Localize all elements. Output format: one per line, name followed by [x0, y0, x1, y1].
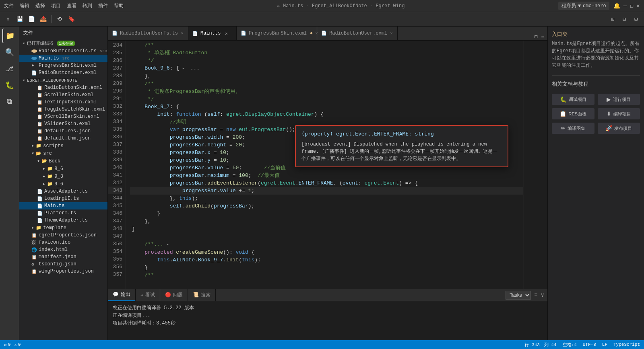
maximize-button[interactable]: ☐ — [630, 2, 633, 9]
project-header[interactable]: ▾ EGRET_ALLBOOKOFNOTE — [19, 76, 107, 84]
project-item-egretprops[interactable]: 📋 egretProperties.json — [19, 232, 107, 239]
minimap[interactable] — [523, 41, 547, 289]
bottom-tab-test[interactable]: ✚ 看试 — [136, 289, 160, 301]
project-item-assetadapter[interactable]: 📄 AssetAdapter.ts — [19, 188, 107, 195]
user-profile[interactable]: 程序员 ▼ dmc-nero — [558, 2, 609, 10]
project-folder-src[interactable]: ▾ 📂 src — [19, 150, 107, 157]
tab-close-3[interactable]: ✕ — [315, 30, 318, 37]
publish-project-btn[interactable]: 🚀 发布项目 — [598, 123, 640, 134]
toolbar-btn-right-3[interactable]: ⊡ — [631, 14, 641, 24]
toolbar-btn-3[interactable]: 📄 — [27, 14, 36, 24]
project-item-themeadapter[interactable]: 📄 ThemeAdapter.ts — [19, 217, 107, 224]
project-item-scroller[interactable]: 📋 ScrollerSkin.exml — [19, 91, 107, 99]
project-item-default-res[interactable]: 📋 default.res.json — [19, 127, 107, 135]
menu-help[interactable]: 帮助 — [114, 2, 124, 9]
open-editor-item-4[interactable]: 📄 RadioButtonUser.exml — [19, 69, 107, 76]
project-folder-96[interactable]: ▸ 📁 9_6 — [19, 180, 107, 188]
indent-type[interactable]: 空格:4 — [563, 342, 577, 348]
activity-explorer[interactable]: 📁 — [2, 29, 17, 43]
activity-extensions[interactable]: ⧉ — [2, 94, 17, 109]
tab-main[interactable]: 📄 Main.ts ✕ — [188, 27, 237, 40]
menu-edit[interactable]: 编辑 — [20, 2, 29, 9]
toolbar-btn-1[interactable]: ⬆ — [3, 14, 13, 24]
bottom-tab-search[interactable]: 📜 搜索 — [188, 289, 216, 301]
res-panel-btn[interactable]: 📋 RES面板 — [552, 108, 594, 119]
run-project-btn[interactable]: ▶ 运行项目 — [598, 94, 640, 105]
toolbar-btn-2[interactable]: 💾 — [15, 14, 25, 24]
tab-close-4[interactable]: ✕ — [390, 30, 393, 37]
tab-icon-1: 📄 — [112, 31, 118, 36]
tab-radiobuttonuser[interactable]: 📄 RadioButtonUser.exml ✕ — [317, 27, 398, 40]
compile-project-btn[interactable]: ⬇ 编译项目 — [598, 108, 640, 119]
open-editor-item-1[interactable]: RadioButtonUserTs.ts src\Boo... — [19, 47, 107, 55]
open-editors-chevron: ▾ — [23, 41, 25, 46]
toolbar-btn-6[interactable]: 🔖 — [66, 14, 76, 24]
bottom-btn-2[interactable]: ∨ — [541, 292, 544, 298]
tab-close-2[interactable]: ✕ — [223, 30, 229, 37]
encoding[interactable]: UTF-8 — [583, 342, 596, 347]
project-item-toggleswitch[interactable]: 📋 ToggleSwitchSkin.exml — [19, 106, 107, 113]
project-item-vscrollbar[interactable]: 📋 VScrollBarSkin.exml — [19, 113, 107, 120]
toolbar-btn-5[interactable]: ⟲ — [55, 14, 64, 24]
status-right: 行 343，列 44 空格:4 UTF-8 LF TypeScript — [524, 342, 640, 348]
error-icon: ⊗ — [4, 342, 7, 347]
minimize-button[interactable]: — — [623, 2, 627, 9]
more-icon[interactable]: ⋯ — [541, 33, 544, 40]
notification-icon[interactable]: 🔔 — [613, 2, 620, 9]
activity-debug[interactable]: 🐛 — [2, 78, 17, 92]
tab-progressbarskin[interactable]: 📄 ProgressBarSkin.exml ● ✕ — [237, 27, 317, 40]
project-item-loadingui[interactable]: 📄 LoadingUI.ts — [19, 195, 107, 202]
toolbar-btn-right-2[interactable]: ⊟ — [619, 14, 629, 24]
project-folder-template[interactable]: ▸ 📁 template — [19, 224, 107, 232]
project-folder-93[interactable]: ▸ 📁 9_3 — [19, 172, 107, 180]
project-item-wingprops[interactable]: 📋 wingProperties.json — [19, 268, 107, 275]
open-editor-item-3[interactable]: ● ProgressBarSkin.exml — [19, 62, 107, 69]
menu-view[interactable]: 查看 — [67, 2, 76, 9]
error-count[interactable]: ⊗ 0 ⚠ 0 — [4, 342, 21, 347]
bottom-btn-1[interactable]: ≡ — [534, 292, 537, 298]
bottom-tab-problem[interactable]: 🔴 问题 — [160, 289, 188, 301]
window-controls: 🔔 — ☐ ✕ — [613, 2, 640, 9]
project-item-platform[interactable]: 📄 Platform.ts — [19, 209, 107, 217]
project-item-vslider[interactable]: 📋 VSliderSkin.exml — [19, 120, 107, 127]
compile-atlas-btn[interactable]: ✏ 编译图集 — [552, 123, 594, 134]
project-folder-86[interactable]: ▸ 📁 8_6 — [19, 165, 107, 172]
menu-goto[interactable]: 转到 — [83, 2, 92, 9]
tab-close-1[interactable]: ✕ — [180, 30, 184, 37]
debug-project-btn[interactable]: 🐛 调试项目 — [552, 94, 594, 105]
activity-search[interactable]: 🔍 — [2, 45, 17, 60]
menu-file[interactable]: 文件 — [4, 2, 14, 9]
menu-project[interactable]: 项目 — [51, 2, 61, 9]
tasks-select[interactable]: Tasks — [506, 291, 531, 300]
project-folder-scripts[interactable]: ▸ 📁 scripts — [19, 142, 107, 150]
project-item-favicon[interactable]: 🖼 favicon.ico — [19, 239, 107, 246]
eol-type[interactable]: LF — [602, 342, 607, 347]
test-icon: ✚ — [140, 292, 143, 298]
menu-plugins[interactable]: 插件 — [98, 2, 108, 9]
open-editor-item-2[interactable]: Main.ts src — [19, 55, 107, 62]
close-button[interactable]: ✕ — [637, 2, 640, 9]
toolbar-btn-4[interactable]: 📤 — [38, 14, 48, 24]
tooltip-title: (property) egret.Event.ENTER_FRAME: stri… — [301, 130, 502, 138]
split-editor-icon[interactable]: ⊡ — [534, 33, 537, 40]
warning-icon: ⚠ — [14, 342, 17, 347]
language-mode[interactable]: TypeScript — [613, 342, 640, 347]
menu-select[interactable]: 选择 — [35, 2, 45, 9]
bottom-tab-output[interactable]: 💬 输出 — [108, 289, 136, 301]
project-item-default-thm[interactable]: 📋 default.thm.json — [19, 135, 107, 142]
project-item-main[interactable]: 📄 Main.ts — [19, 202, 107, 209]
tab-radiobuttonuserts[interactable]: 📄 RadioButtonUserTs.ts ✕ — [108, 27, 188, 40]
cursor-position[interactable]: 行 343，列 44 — [524, 342, 556, 348]
folder-chevron-96: ▸ — [43, 181, 45, 187]
project-item-tsconfig[interactable]: ⚙ tsconfig.json — [19, 261, 107, 268]
bottom-right-controls: Tasks ≡ ∨ — [502, 291, 547, 300]
code-editor[interactable]: /** * 单选框 RadioButton */ Book_9_6: { ▸ .… — [126, 41, 523, 289]
project-folder-book[interactable]: ▾ 📂 Book — [19, 157, 107, 165]
project-item-index[interactable]: 🌐 index.html — [19, 246, 107, 253]
project-item-textinput[interactable]: 📋 TextInputSkin.exml — [19, 99, 107, 106]
toolbar-btn-right-1[interactable]: ⊞ — [608, 14, 617, 24]
project-item-radiobutton-skin[interactable]: 📋 RadioButtonSkin.exml — [19, 84, 107, 91]
open-editors-header[interactable]: ▾ 已打开编辑器 1未存储 — [19, 39, 107, 47]
project-item-manifest[interactable]: 📋 manifest.json — [19, 253, 107, 261]
activity-git[interactable]: ⎇ — [2, 62, 17, 76]
